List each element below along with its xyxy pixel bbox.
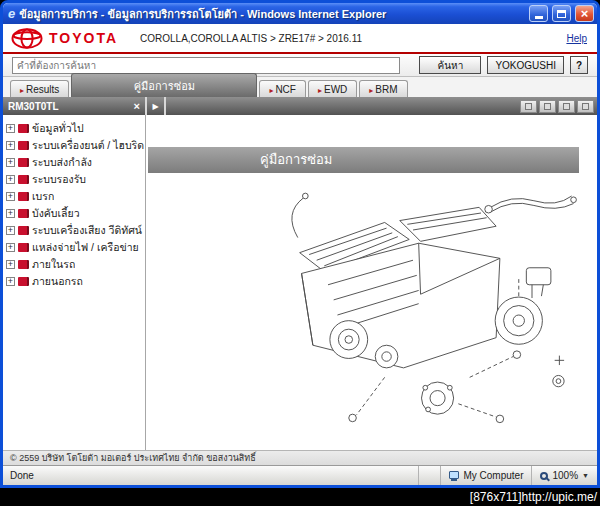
zoom-caret-icon: ▼: [582, 472, 589, 479]
book-icon: [18, 226, 29, 235]
close-icon: ×: [581, 7, 589, 20]
expand-plus-icon[interactable]: +: [6, 141, 15, 150]
book-icon: [18, 158, 29, 167]
toolbar-icon-button-2[interactable]: [539, 100, 556, 113]
expand-plus-icon[interactable]: +: [6, 277, 15, 286]
tab-ewd[interactable]: ▸EWD: [308, 80, 357, 97]
sidebar-panel-header: RM30T0TL ×: [3, 97, 145, 115]
tab-arrow-icon: ▸: [20, 86, 24, 95]
minimize-button[interactable]: [529, 5, 548, 22]
main-body: +ข้อมูลทั่วไป +ระบบเครื่องยนต์ / ไฮบริด …: [3, 115, 597, 450]
toolbar-icon: [582, 103, 589, 110]
panel-title: RM30T0TL: [8, 101, 59, 112]
toyota-emblem-icon: [11, 28, 43, 49]
security-zone: My Computer: [440, 466, 531, 485]
content-banner: คู่มือการซ่อม: [148, 147, 579, 173]
expand-plus-icon[interactable]: +: [6, 124, 15, 133]
expand-plus-icon[interactable]: +: [6, 226, 15, 235]
copyright-bar: © 2559 บริษัท โตโยต้า มอเตอร์ ประเทศไทย …: [3, 450, 597, 465]
yokogushi-button[interactable]: YOKOGUSHI: [487, 56, 564, 74]
zoom-control[interactable]: 100% ▼: [531, 466, 597, 485]
tree-item-steering[interactable]: +บังคับเลี้ยว: [6, 205, 145, 222]
image-caption-bar: [876x711]http://upic.me/: [0, 488, 600, 506]
book-icon: [18, 192, 29, 201]
book-icon: [18, 209, 29, 218]
search-button[interactable]: ค้นหา: [419, 56, 481, 74]
copyright-text: © 2559 บริษัท โตโยต้า มอเตอร์ ประเทศไทย …: [10, 451, 256, 465]
book-icon: [18, 124, 29, 133]
app-header: TOYOTA COROLLA,COROLLA ALTIS > ZRE17# > …: [3, 24, 597, 54]
help-link[interactable]: Help: [566, 33, 587, 44]
toolbar-icon-button-3[interactable]: [558, 100, 575, 113]
book-icon: [18, 243, 29, 252]
toolbar-icon-button-1[interactable]: [520, 100, 537, 113]
tree-item-interior[interactable]: +ภายในรถ: [6, 256, 145, 273]
tree-item-label: ข้อมูลทั่วไป: [32, 120, 84, 137]
search-input[interactable]: [12, 57, 400, 74]
book-icon: [18, 277, 29, 286]
status-segment-empty: [418, 466, 440, 485]
tab-results[interactable]: ▸Results: [10, 80, 69, 97]
tree-item-suspension[interactable]: +ระบบรองรับ: [6, 171, 145, 188]
zone-label: My Computer: [463, 470, 523, 481]
expand-plus-icon[interactable]: +: [6, 158, 15, 167]
panel-close-icon[interactable]: ×: [134, 101, 140, 112]
toolbar-icon: [525, 103, 532, 110]
tree-item-label: เบรก: [32, 188, 54, 205]
expand-plus-icon[interactable]: +: [6, 243, 15, 252]
tree-item-brake[interactable]: +เบรก: [6, 188, 145, 205]
browser-window: e ข้อมูลการบริการ - ข้อมูลการบริการรถโตโ…: [0, 0, 600, 488]
tab-brm-label: BRM: [375, 84, 397, 95]
panel-toolbar: RM30T0TL × ▶: [3, 97, 597, 115]
tree-item-general[interactable]: +ข้อมูลทั่วไป: [6, 120, 145, 137]
expand-plus-icon[interactable]: +: [6, 209, 15, 218]
expand-plus-icon[interactable]: +: [6, 260, 15, 269]
toyota-logo: TOYOTA: [11, 28, 118, 49]
internet-explorer-icon: e: [8, 7, 15, 20]
navigation-tree: +ข้อมูลทั่วไป +ระบบเครื่องยนต์ / ไฮบริด …: [3, 115, 146, 450]
minimize-icon: [535, 16, 543, 19]
tree-item-power-source[interactable]: +แหล่งจ่ายไฟ / เครือข่าย: [6, 239, 145, 256]
tab-arrow-icon: ▸: [269, 86, 273, 95]
tab-strip: ▸Results คู่มือการซ่อม ▸NCF ▸EWD ▸BRM: [3, 77, 597, 97]
breadcrumb: COROLLA,COROLLA ALTIS > ZRE17# > 2016.11: [140, 33, 362, 44]
zoom-level: 100%: [552, 470, 578, 481]
tree-item-label: ระบบส่งกำลัง: [32, 154, 92, 171]
tab-ewd-label: EWD: [324, 84, 347, 95]
tab-ncf-label: NCF: [275, 84, 296, 95]
window-title: ข้อมูลการบริการ - ข้อมูลการบริการรถโตโยต…: [19, 5, 525, 23]
my-computer-icon: [449, 471, 459, 481]
question-help-button[interactable]: ?: [570, 56, 588, 74]
tree-item-label: ภายนอกรถ: [32, 273, 83, 290]
expand-plus-icon[interactable]: +: [6, 192, 15, 201]
toolbar-icon-button-4[interactable]: [577, 100, 594, 113]
tab-ncf[interactable]: ▸NCF: [259, 80, 306, 97]
tree-item-drivetrain[interactable]: +ระบบส่งกำลัง: [6, 154, 145, 171]
expand-plus-icon[interactable]: +: [6, 175, 15, 184]
tree-item-engine[interactable]: +ระบบเครื่องยนต์ / ไฮบริด: [6, 137, 145, 154]
toolbar-icon: [563, 103, 570, 110]
status-bar: Done My Computer 100% ▼: [3, 465, 597, 485]
maximize-icon: [557, 10, 566, 18]
maximize-button[interactable]: [552, 5, 571, 22]
brand-name: TOYOTA: [49, 30, 118, 46]
book-icon: [18, 175, 29, 184]
tree-item-exterior[interactable]: +ภายนอกรถ: [6, 273, 145, 290]
tree-item-label: ระบบรองรับ: [32, 171, 86, 188]
toolbar-icon: [544, 103, 551, 110]
tree-item-label: ภายในรถ: [32, 256, 75, 273]
panel-expand-button[interactable]: ▶: [147, 97, 164, 115]
tree-item-audio-visual[interactable]: +ระบบเครื่องเสียง วีดิทัศน์ เท: [6, 222, 145, 239]
engine-diagram: [243, 179, 583, 438]
book-icon: [18, 141, 29, 150]
tree-item-label: แหล่งจ่ายไฟ / เครือข่าย: [32, 239, 139, 256]
close-button[interactable]: ×: [575, 5, 594, 22]
tab-brm[interactable]: ▸BRM: [359, 80, 407, 97]
book-icon: [18, 260, 29, 269]
status-text: Done: [3, 466, 418, 485]
tab-repair-manual[interactable]: คู่มือการซ่อม: [71, 73, 257, 97]
tree-item-label: ระบบเครื่องยนต์ / ไฮบริด: [32, 137, 144, 154]
tab-results-label: Results: [26, 84, 59, 95]
title-bar: e ข้อมูลการบริการ - ข้อมูลการบริการรถโตโ…: [3, 3, 597, 24]
toolbar-fill: [166, 97, 597, 115]
